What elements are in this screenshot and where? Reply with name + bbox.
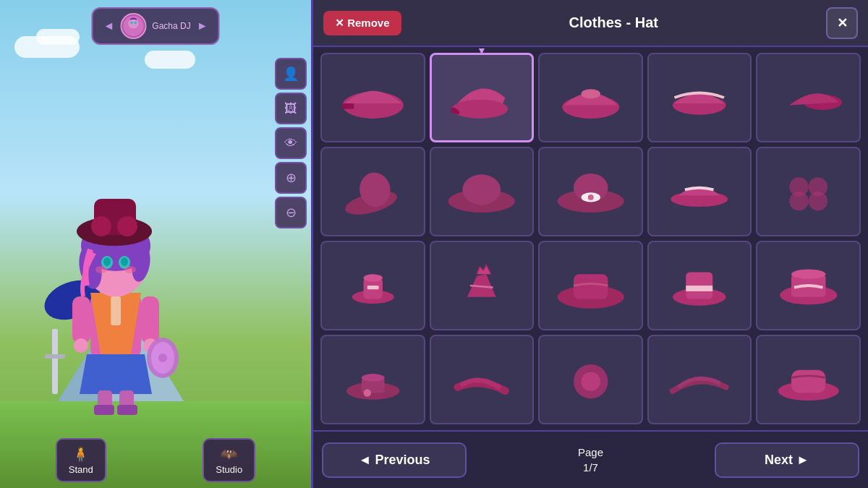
svg-point-29	[103, 257, 111, 266]
background-button[interactable]: 🖼	[275, 93, 307, 124]
svg-rect-37	[111, 296, 121, 325]
page-info: Page 1/7	[578, 445, 603, 475]
hat-item-1[interactable]: ▼	[430, 53, 535, 142]
svg-point-21	[158, 354, 167, 362]
svg-marker-8	[80, 354, 152, 394]
svg-point-3	[134, 22, 137, 25]
svg-point-57	[809, 192, 827, 210]
hat-item-16[interactable]	[430, 335, 535, 424]
hat-item-7[interactable]	[538, 147, 643, 236]
game-scene: ◄ Gacha DJ ►	[0, 0, 311, 488]
remove-button[interactable]: ✕ Remove	[323, 11, 401, 35]
svg-point-40	[451, 100, 508, 119]
close-button[interactable]: ✕	[826, 7, 858, 39]
next-character-arrow[interactable]: ►	[197, 20, 208, 33]
hat-item-13[interactable]	[647, 241, 752, 330]
svg-rect-63	[574, 274, 608, 299]
hat-item-6[interactable]	[430, 147, 535, 236]
next-button[interactable]: Next ►	[715, 442, 859, 478]
side-toolbar: 👤 🖼 👁 ⊕ ⊖	[275, 58, 311, 228]
page-number: 1/7	[578, 460, 603, 475]
svg-point-48	[463, 174, 501, 205]
svg-rect-18	[45, 354, 65, 359]
svg-point-2	[130, 22, 133, 25]
hat-item-4[interactable]	[756, 53, 861, 142]
hat-item-15[interactable]	[320, 335, 425, 424]
page-label: Page	[578, 445, 603, 460]
svg-point-56	[789, 192, 808, 210]
hat-item-12[interactable]	[538, 241, 643, 330]
svg-rect-39	[342, 103, 354, 109]
hat-item-2[interactable]	[538, 53, 643, 142]
stand-label: Stand	[69, 464, 93, 475]
prev-character-arrow[interactable]: ◄	[103, 20, 114, 33]
cloud-2	[36, 29, 80, 45]
svg-point-35	[91, 216, 111, 236]
svg-rect-66	[686, 286, 713, 291]
svg-rect-11	[94, 405, 114, 415]
svg-rect-61	[367, 286, 378, 289]
clothes-panel: ✕ Remove Clothes - Hat ✕ ▼	[311, 0, 868, 488]
svg-rect-13	[72, 296, 90, 343]
hat-item-0[interactable]	[320, 53, 425, 142]
character-avatar	[120, 13, 146, 39]
hat-item-14[interactable]	[756, 241, 861, 330]
svg-point-42	[581, 89, 600, 98]
svg-point-15	[74, 338, 88, 353]
svg-rect-17	[52, 329, 58, 394]
svg-point-36	[117, 216, 137, 236]
svg-point-32	[124, 266, 136, 273]
svg-point-31	[95, 266, 107, 273]
bottom-toolbar: 🧍 Stand 🦇 Studio	[0, 438, 311, 482]
cloud-3	[145, 51, 195, 69]
previous-button[interactable]: ◄ Previous	[322, 442, 467, 478]
svg-point-69	[791, 270, 825, 279]
svg-point-30	[121, 257, 128, 266]
hat-item-8[interactable]	[647, 147, 752, 236]
hat-item-11[interactable]	[430, 241, 535, 330]
svg-point-75	[581, 372, 600, 390]
svg-point-72	[361, 374, 384, 382]
hat-item-5[interactable]	[320, 147, 425, 236]
hat-item-9[interactable]	[756, 147, 861, 236]
zoom-out-button[interactable]: ⊖	[275, 197, 307, 228]
svg-point-60	[363, 274, 382, 282]
studio-icon: 🦇	[220, 445, 238, 463]
zoom-in-button[interactable]: ⊕	[275, 162, 307, 194]
hat-item-10[interactable]	[320, 241, 425, 330]
svg-rect-12	[117, 405, 137, 415]
svg-rect-77	[791, 370, 825, 393]
svg-point-1	[128, 18, 138, 28]
hat-item-19[interactable]	[756, 335, 861, 424]
pagination: ◄ Previous Page 1/7 Next ►	[313, 430, 868, 488]
selected-indicator: ▼	[477, 47, 487, 56]
hat-item-3[interactable]	[647, 53, 752, 142]
stand-icon: 🧍	[72, 445, 90, 463]
character-display	[22, 112, 210, 416]
hat-item-17[interactable]	[538, 335, 643, 424]
studio-button[interactable]: 🦇 Studio	[203, 438, 255, 482]
character-selector[interactable]: ◄ Gacha DJ ►	[91, 7, 219, 45]
view-button[interactable]: 👁	[275, 127, 307, 159]
stand-button[interactable]: 🧍 Stand	[56, 438, 106, 482]
clothes-header: ✕ Remove Clothes - Hat ✕	[313, 0, 868, 47]
studio-label: Studio	[216, 464, 242, 475]
clothes-title: Clothes - Hat	[410, 14, 817, 31]
items-grid: ▼	[313, 47, 868, 430]
hat-item-18[interactable]	[647, 335, 752, 424]
character-name: Gacha DJ	[152, 21, 190, 31]
add-character-button[interactable]: 👤	[275, 58, 307, 90]
svg-point-52	[588, 194, 594, 200]
character-svg	[29, 141, 203, 416]
svg-point-73	[363, 389, 371, 397]
svg-rect-14	[141, 296, 159, 343]
